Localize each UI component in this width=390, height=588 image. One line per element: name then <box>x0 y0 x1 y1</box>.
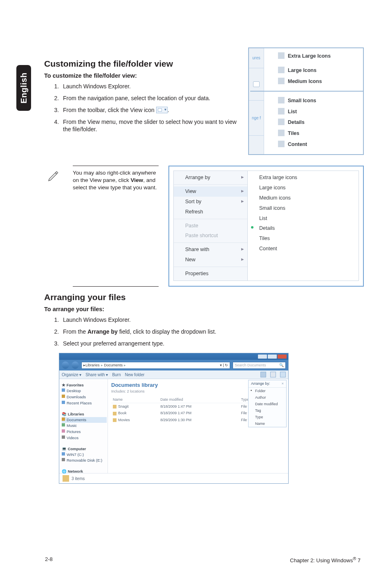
toolbar-burn[interactable]: Burn <box>112 372 121 378</box>
side-recent[interactable]: Recent Places <box>62 400 107 406</box>
arranging-steps: Launch Windows Explorer. From the Arrang… <box>44 316 364 348</box>
dd-folder[interactable]: Folder <box>249 388 286 394</box>
cm-view[interactable]: View <box>174 186 247 197</box>
side-downloads[interactable]: Downloads <box>62 394 107 400</box>
window-close-icon[interactable] <box>278 355 287 359</box>
language-tab: English <box>16 65 31 111</box>
context-menu-submenu: Extra large icons Large icons Medium ico… <box>248 171 359 281</box>
dd-type[interactable]: Type <box>249 414 286 420</box>
cm-sub-medium[interactable]: Medium icons <box>248 193 359 203</box>
explorer-main: Documents library Includes: 2 locations … <box>108 379 288 473</box>
popover-tab-cell-2: nge f <box>249 101 264 136</box>
nav-forward-icon[interactable] <box>72 361 79 369</box>
side-removable[interactable]: Removable Disk (E:) <box>62 458 107 464</box>
slider-thumb-icon[interactable] <box>253 81 260 87</box>
cm-sub-extra-large[interactable]: Extra large icons <box>248 173 359 183</box>
col-date[interactable]: Date modified <box>159 396 239 403</box>
cm-paste: Paste <box>174 221 247 231</box>
section-heading-arranging: Arranging your files <box>44 292 364 303</box>
context-menu-left: Arrange by View Sort by Refresh Paste Pa… <box>173 171 248 281</box>
dd-tag[interactable]: Tag <box>249 407 286 414</box>
cm-new[interactable]: New <box>174 255 247 265</box>
footer-chapter: Chapter 2: Using Windows® 7 <box>290 556 361 564</box>
cm-sub-content[interactable]: Content <box>248 244 359 254</box>
side-group-network: 🌐 Network <box>62 469 107 474</box>
side-group-favorites: ★ Favorites <box>62 383 107 388</box>
toolbar-view-icon[interactable] <box>260 372 266 377</box>
view-option-large[interactable]: Large Icons <box>278 65 359 76</box>
side-pictures[interactable]: Pictures <box>62 429 107 435</box>
view-option-details[interactable]: Details <box>278 117 359 128</box>
section-subheading-arranging: To arrange your files: <box>44 305 364 314</box>
page-number: 2-8 <box>45 556 53 564</box>
window-minimize-icon[interactable] <box>258 355 267 359</box>
view-size-popover: ures nge f Extra Large Icons Large Icons… <box>248 47 364 155</box>
note-pencil-icon <box>44 166 63 287</box>
cm-sub-small[interactable]: Small icons <box>248 203 359 213</box>
cm-properties[interactable]: Properties <box>174 269 247 279</box>
explorer-statusbar: 3 items <box>59 473 288 483</box>
view-option-list[interactable]: List <box>278 106 359 117</box>
library-sub: Includes: 2 locations <box>111 389 158 394</box>
cm-share-with[interactable]: Share with <box>174 245 247 255</box>
popover-slider-cell <box>249 68 264 101</box>
explorer-sidebar: ★ Favorites Desktop Downloads Recent Pla… <box>59 379 108 473</box>
cm-paste-shortcut: Paste shortcut <box>174 231 247 241</box>
dropdown-close-icon[interactable]: × <box>282 381 284 386</box>
cm-sub-details[interactable]: Details <box>248 223 359 233</box>
side-group-computer: 💻 Computer <box>62 447 107 452</box>
view-option-medium[interactable]: Medium Icons <box>278 76 359 87</box>
arr-step-1: Launch Windows Explorer. <box>61 316 364 324</box>
status-count: 3 items <box>72 476 85 482</box>
view-toolbar-icon <box>156 107 168 113</box>
search-input[interactable]: Search Documents🔍 <box>233 362 286 369</box>
side-documents[interactable]: Documents <box>62 417 107 423</box>
cm-sub-large[interactable]: Large icons <box>248 183 359 193</box>
arr-step-3: Select your preferred arrangement type. <box>61 340 364 348</box>
dd-name[interactable]: Name <box>249 420 286 427</box>
explorer-titlebar <box>59 353 288 360</box>
toolbar-newfolder[interactable]: New folder <box>125 372 145 378</box>
cm-sub-tiles[interactable]: Tiles <box>248 233 359 244</box>
status-folder-icon <box>63 475 69 482</box>
context-menu-screenshot: Arrange by View Sort by Refresh Paste Pa… <box>168 166 364 287</box>
dd-author[interactable]: Author <box>249 394 286 401</box>
nav-back-icon[interactable] <box>62 361 69 369</box>
col-name[interactable]: Name <box>111 396 159 403</box>
side-music[interactable]: Music <box>62 423 107 429</box>
window-maximize-icon[interactable] <box>268 355 277 359</box>
view-option-content[interactable]: Content <box>278 139 359 150</box>
cm-sub-list[interactable]: List <box>248 213 359 224</box>
toolbar-preview-icon[interactable] <box>270 372 276 377</box>
side-videos[interactable]: Videos <box>62 435 107 441</box>
arr-step-2: From the Arrange by field, click to disp… <box>61 328 364 336</box>
arrange-dropdown: Arrange by:× Folder Author Date modified… <box>248 380 287 427</box>
view-option-small[interactable]: Small Icons <box>278 95 359 106</box>
toolbar-help-icon[interactable] <box>280 372 286 377</box>
address-bar[interactable]: ▸ Libraries▸Documents▸ ▾ | ↻ <box>81 362 230 369</box>
side-group-libraries: 📚 Libraries <box>62 412 107 417</box>
side-c-drive[interactable]: WIN7 (C:) <box>62 452 107 458</box>
cm-sort-by[interactable]: Sort by <box>174 197 247 207</box>
view-option-extra-large[interactable]: Extra Large Icons <box>278 51 359 62</box>
explorer-window: ▸ Libraries▸Documents▸ ▾ | ↻ Search Docu… <box>59 353 289 484</box>
popover-tab-cell: ures <box>249 48 264 68</box>
cm-refresh[interactable]: Refresh <box>174 207 247 217</box>
dd-date[interactable]: Date modified <box>249 401 286 407</box>
toolbar-organize[interactable]: Organize ▾ <box>62 372 81 378</box>
side-desktop[interactable]: Desktop <box>62 388 107 394</box>
explorer-navbar: ▸ Libraries▸Documents▸ ▾ | ↻ Search Docu… <box>59 360 288 370</box>
library-title: Documents library <box>111 382 158 389</box>
view-option-tiles[interactable]: Tiles <box>278 128 359 139</box>
toolbar-share[interactable]: Share with ▾ <box>85 372 108 378</box>
explorer-toolbar: Organize ▾ Share with ▾ Burn New folder <box>59 370 288 379</box>
cm-arrange-by[interactable]: Arrange by <box>174 173 247 183</box>
note-text: You may also right-click anywhere on the… <box>73 166 159 287</box>
